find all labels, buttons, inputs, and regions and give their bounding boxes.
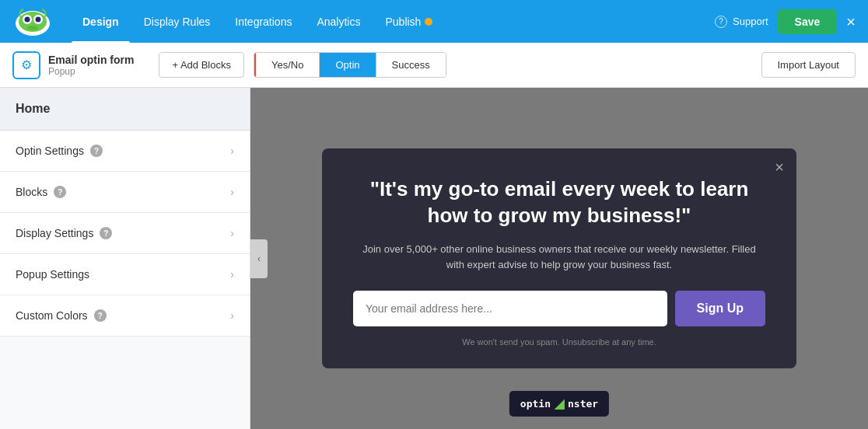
- help-icon-display-settings: ?: [100, 227, 112, 239]
- help-icon-custom-colors: ?: [94, 309, 107, 322]
- chevron-icon-optin-settings: ›: [230, 145, 234, 157]
- main-layout: Home Optin Settings ? › Blocks ? › Displ…: [0, 88, 868, 429]
- svg-point-4: [25, 16, 30, 22]
- nav-tab-integrations[interactable]: Integrations: [224, 11, 303, 33]
- sidebar-label-optin-settings: Optin Settings: [16, 145, 84, 157]
- chevron-icon-custom-colors: ›: [230, 309, 234, 322]
- canvas: ‹ × "It's my go-to email every week to l…: [250, 88, 868, 429]
- nav-tabs: Design Display Rules Integrations Analyt…: [72, 11, 696, 33]
- form-icon: ⚙: [12, 51, 40, 79]
- tab-yes-no[interactable]: Yes/No: [254, 53, 320, 77]
- help-icon-optin-settings: ?: [90, 145, 103, 157]
- chevron-icon-popup-settings: ›: [230, 268, 234, 281]
- svg-point-6: [27, 26, 38, 30]
- help-icon-blocks: ?: [54, 186, 66, 198]
- tab-optin[interactable]: Optin: [320, 53, 376, 77]
- nav-tab-analytics[interactable]: Analytics: [306, 11, 371, 33]
- email-input[interactable]: [353, 291, 667, 326]
- popup-close-icon[interactable]: ×: [775, 159, 784, 175]
- sidebar-label-display-settings: Display Settings: [16, 227, 93, 239]
- support-button[interactable]: ? Support: [715, 16, 768, 28]
- logo: [12, 3, 53, 40]
- sidebar-home: Home: [0, 88, 250, 131]
- publish-badge-dot: [425, 18, 432, 26]
- nav-tab-display-rules[interactable]: Display Rules: [133, 11, 222, 33]
- chevron-icon-blocks: ›: [230, 186, 234, 198]
- popup-subtitle: Join over 5,000+ other online business o…: [353, 242, 765, 274]
- import-layout-button[interactable]: Import Layout: [761, 52, 856, 78]
- spam-notice: We won't send you spam. Unsubscribe at a…: [353, 337, 765, 347]
- question-icon: ?: [715, 16, 727, 28]
- sidebar-label-popup-settings: Popup Settings: [16, 268, 89, 281]
- form-title: Email optin form: [48, 54, 134, 66]
- nav-tab-publish[interactable]: Publish: [374, 11, 443, 33]
- signup-button[interactable]: Sign Up: [675, 291, 765, 326]
- sidebar-item-optin-settings[interactable]: Optin Settings ? ›: [0, 131, 250, 172]
- save-button[interactable]: Save: [778, 9, 838, 34]
- popup-form: Sign Up: [353, 291, 765, 326]
- chevron-icon-display-settings: ›: [230, 227, 234, 239]
- add-blocks-button[interactable]: + Add Blocks: [159, 52, 244, 78]
- optinmonster-branding: optin ◢ nster: [509, 391, 609, 417]
- collapse-handle[interactable]: ‹: [250, 239, 268, 278]
- view-tabs: Yes/No Optin Success: [254, 52, 446, 78]
- top-nav: Design Display Rules Integrations Analyt…: [0, 0, 868, 43]
- form-type: Popup: [48, 66, 134, 77]
- close-button[interactable]: ×: [846, 14, 856, 30]
- form-info: ⚙ Email optin form Popup: [12, 51, 134, 79]
- sidebar-label-custom-colors: Custom Colors: [16, 309, 88, 322]
- popup-title: "It's my go-to email every week to learn…: [353, 176, 765, 229]
- sidebar-item-custom-colors[interactable]: Custom Colors ? ›: [0, 295, 250, 337]
- sidebar-label-blocks: Blocks: [16, 186, 47, 198]
- sidebar-item-blocks[interactable]: Blocks ? ›: [0, 172, 250, 213]
- tab-success[interactable]: Success: [376, 53, 446, 77]
- form-details: Email optin form Popup: [48, 54, 134, 77]
- popup-preview: × "It's my go-to email every week to lea…: [322, 148, 796, 368]
- toolbar: ⚙ Email optin form Popup + Add Blocks Ye…: [0, 43, 868, 88]
- sidebar-item-display-settings[interactable]: Display Settings ? ›: [0, 213, 250, 254]
- sidebar-item-popup-settings[interactable]: Popup Settings ›: [0, 254, 250, 295]
- nav-tab-design[interactable]: Design: [72, 11, 130, 33]
- sidebar: Home Optin Settings ? › Blocks ? › Displ…: [0, 88, 250, 429]
- svg-point-5: [36, 16, 41, 22]
- nav-right: ? Support Save ×: [715, 9, 856, 34]
